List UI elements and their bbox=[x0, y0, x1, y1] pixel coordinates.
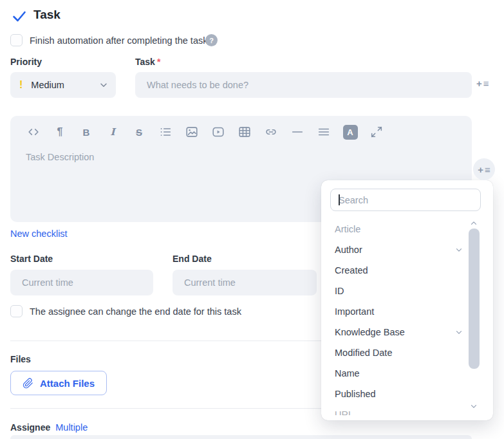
description-placeholder: Task Description bbox=[26, 152, 94, 162]
chevron-down-icon[interactable] bbox=[454, 245, 463, 254]
chevron-down-icon[interactable] bbox=[454, 328, 463, 337]
image-icon[interactable] bbox=[184, 124, 200, 140]
page-title: Task bbox=[33, 8, 61, 22]
priority-select[interactable]: ! Medium bbox=[10, 72, 116, 98]
link-icon[interactable] bbox=[263, 124, 279, 140]
bullet-list-icon[interactable] bbox=[158, 124, 173, 140]
insert-value-button-description[interactable]: +≡ bbox=[473, 158, 495, 180]
popup-item-modified-date[interactable]: Modified Date bbox=[335, 346, 392, 359]
assignee-change-date-checkbox[interactable] bbox=[10, 305, 23, 317]
popup-item-published[interactable]: Published bbox=[335, 388, 376, 400]
start-date-input[interactable] bbox=[10, 270, 153, 295]
text-color-icon[interactable]: A bbox=[342, 124, 358, 140]
paperclip-icon bbox=[23, 378, 33, 389]
popup-search-input[interactable] bbox=[330, 189, 481, 211]
priority-label: Priority bbox=[10, 57, 42, 67]
expand-icon[interactable] bbox=[369, 124, 384, 140]
help-icon[interactable]: ? bbox=[205, 34, 218, 46]
value-picker-popup: Article Author Created ID Important Know… bbox=[321, 180, 493, 420]
start-date-label: Start Date bbox=[10, 254, 53, 264]
popup-item-created[interactable]: Created bbox=[335, 264, 368, 277]
popup-item-author[interactable]: Author bbox=[335, 243, 362, 256]
scroll-down-icon[interactable] bbox=[469, 402, 478, 411]
finish-automation-label: Finish automation after completing the t… bbox=[30, 35, 207, 46]
popup-item-id[interactable]: ID bbox=[335, 285, 344, 297]
priority-warning-icon: ! bbox=[19, 79, 23, 91]
scroll-up-icon[interactable] bbox=[469, 219, 478, 228]
assignee-label: Assignee bbox=[10, 422, 50, 433]
required-asterisk: * bbox=[157, 57, 160, 67]
attach-files-button[interactable]: Attach Files bbox=[10, 371, 107, 395]
popup-item-important[interactable]: Important bbox=[335, 305, 374, 318]
scrollbar-thumb[interactable] bbox=[469, 229, 480, 369]
paragraph-icon[interactable]: ¶ bbox=[52, 124, 68, 140]
chevron-down-icon bbox=[98, 80, 109, 90]
popup-item-article: Article bbox=[335, 223, 360, 236]
italic-icon[interactable]: I bbox=[105, 124, 120, 140]
end-date-label: End Date bbox=[173, 254, 212, 264]
files-label: Files bbox=[10, 354, 31, 364]
task-label: Task* bbox=[135, 57, 160, 67]
task-activity-panel: Task Finish automation after completing … bbox=[0, 0, 504, 439]
text-caret bbox=[339, 194, 340, 205]
video-icon[interactable] bbox=[210, 124, 226, 140]
task-title-input[interactable] bbox=[135, 72, 472, 98]
code-icon[interactable] bbox=[26, 124, 41, 140]
finish-automation-checkbox[interactable] bbox=[10, 34, 23, 46]
assignee-multiple-link[interactable]: Multiple bbox=[55, 422, 88, 433]
check-icon bbox=[12, 8, 27, 24]
editor-toolbar: ¶ B I S A bbox=[26, 124, 384, 140]
popup-item-name[interactable]: Name bbox=[335, 367, 360, 380]
popup-item-knowledge-base[interactable]: Knowledge Base bbox=[335, 326, 405, 339]
insert-value-button-task[interactable]: +≡ bbox=[476, 79, 489, 88]
cut-off-field bbox=[10, 435, 472, 439]
align-icon[interactable] bbox=[316, 124, 331, 140]
horizontal-rule-icon[interactable] bbox=[290, 124, 305, 140]
table-icon[interactable] bbox=[237, 124, 252, 140]
assignee-row: Assignee Multiple bbox=[10, 422, 88, 433]
end-date-input[interactable] bbox=[173, 270, 317, 295]
priority-value: Medium bbox=[31, 80, 64, 90]
strikethrough-icon[interactable]: S bbox=[131, 124, 147, 140]
new-checklist-link[interactable]: New checklist bbox=[10, 229, 68, 239]
popup-item-clipped[interactable]: URL bbox=[335, 408, 353, 415]
assignee-change-date-label: The assignee can change the end date for… bbox=[30, 306, 241, 317]
bold-icon[interactable]: B bbox=[79, 124, 94, 140]
